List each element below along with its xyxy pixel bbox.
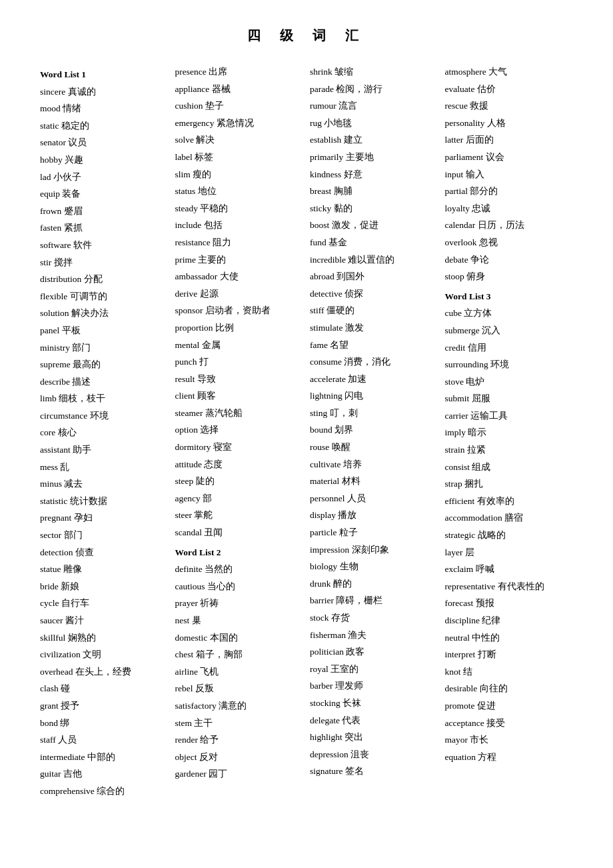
word-item: skillful 娴熟的 <box>40 631 169 645</box>
word-item: rug 小地毯 <box>310 116 438 131</box>
word-item: solve 解决 <box>175 133 304 147</box>
word-item: include 包括 <box>175 218 304 233</box>
word-item: intermediate 中部的 <box>40 750 169 765</box>
word-item: strain 拉紧 <box>445 443 574 457</box>
word-item: punch 打 <box>175 355 304 369</box>
word-item: discipline 纪律 <box>445 613 574 628</box>
word-item: agency 部 <box>175 491 304 506</box>
word-item: impression 深刻印象 <box>310 543 438 557</box>
word-item: parade 检阅，游行 <box>310 82 438 97</box>
word-item: stocking 长袜 <box>310 696 438 711</box>
word-item: display 播放 <box>310 508 438 523</box>
word-item: representative 有代表性的 <box>445 579 574 594</box>
word-item: pregnant 孕妇 <box>40 511 169 525</box>
word-item: definite 当然的 <box>175 562 304 577</box>
word-item: rescue 救援 <box>445 99 574 113</box>
word-item: fund 基金 <box>310 235 438 250</box>
column-4: atmosphere 大气evaluate 估价rescue 救援persona… <box>445 65 574 799</box>
word-item: accelerate 加速 <box>310 372 438 387</box>
word-item: highlight 突出 <box>310 730 438 745</box>
word-item: ambassador 大使 <box>175 269 304 284</box>
word-item: input 输入 <box>445 167 574 182</box>
word-item: accommodation 膳宿 <box>445 511 574 525</box>
word-item: equip 装备 <box>40 187 169 201</box>
word-item: option 选择 <box>175 423 304 437</box>
word-item: attitude 态度 <box>175 457 304 472</box>
word-item: barber 理发师 <box>310 679 438 693</box>
word-item: detection 侦查 <box>40 545 169 560</box>
word-item: cushion 垫子 <box>175 99 304 113</box>
word-item: scandal 丑闻 <box>175 525 304 540</box>
word-item: staff 人员 <box>40 733 169 747</box>
word-item: resistance 阻力 <box>175 235 304 250</box>
word-item: carrier 运输工具 <box>445 409 574 423</box>
word-item: stir 搅拌 <box>40 255 169 270</box>
word-item: politician 政客 <box>310 645 438 659</box>
word-list-header: Word List 2 <box>175 545 304 560</box>
word-columns: Word List 1sincere 真诚的mood 情绪static 稳定的s… <box>40 65 573 799</box>
word-item: cycle 自行车 <box>40 596 169 611</box>
word-item: surrounding 环境 <box>445 357 574 372</box>
word-item: establish 建立 <box>310 133 438 147</box>
word-item: label 标签 <box>175 150 304 165</box>
word-item: signature 签名 <box>310 764 438 779</box>
word-item: assistant 助手 <box>40 443 169 457</box>
word-item: barrier 障碍，栅栏 <box>310 593 438 608</box>
word-item: depression 沮丧 <box>310 747 438 762</box>
word-item: detective 侦探 <box>310 287 438 301</box>
word-item: solution 解决办法 <box>40 306 169 321</box>
page-title: 四 级 词 汇 <box>40 27 573 45</box>
word-item: nest 巢 <box>175 613 304 628</box>
word-item: domestic 本国的 <box>175 631 304 645</box>
word-item: cultivate 培养 <box>310 457 438 472</box>
word-item: lad 小伙子 <box>40 170 169 185</box>
word-item: stem 主干 <box>175 716 304 731</box>
word-item: bound 划界 <box>310 423 438 437</box>
word-item: prayer 祈祷 <box>175 596 304 611</box>
word-item: consist 组成 <box>445 460 574 475</box>
word-item: neutral 中性的 <box>445 631 574 645</box>
word-item: knot 结 <box>445 665 574 679</box>
column-1: Word List 1sincere 真诚的mood 情绪static 稳定的s… <box>40 65 169 799</box>
word-item: clash 碰 <box>40 681 169 696</box>
word-item: sting 叮，刺 <box>310 406 438 421</box>
word-item: chest 箱子，胸部 <box>175 647 304 662</box>
word-item: statistic 统计数据 <box>40 494 169 509</box>
word-item: circumstance 环境 <box>40 409 169 423</box>
word-item: personnel 人员 <box>310 491 438 506</box>
word-item: imply 暗示 <box>445 425 574 440</box>
word-item: steamer 蒸汽轮船 <box>175 406 304 421</box>
word-item: royal 王室的 <box>310 662 438 677</box>
word-item: stock 存货 <box>310 611 438 625</box>
word-item: interpret 打断 <box>445 647 574 662</box>
word-list-header: Word List 1 <box>40 67 169 82</box>
word-item: minus 减去 <box>40 477 169 491</box>
word-item: render 给予 <box>175 733 304 747</box>
word-item: personality 人格 <box>445 116 574 131</box>
word-item: stiff 僵硬的 <box>310 303 438 318</box>
word-item: fame 名望 <box>310 338 438 353</box>
word-item: static 稳定的 <box>40 119 169 133</box>
word-item: software 软件 <box>40 238 169 253</box>
word-item: lightning 闪电 <box>310 389 438 403</box>
word-item: status 地位 <box>175 184 304 199</box>
word-item: efficient 有效率的 <box>445 494 574 509</box>
word-item: acceptance 接受 <box>445 716 574 731</box>
word-item: emergency 紧急情况 <box>175 116 304 131</box>
word-item: dormitory 寝室 <box>175 440 304 455</box>
word-item: promote 促进 <box>445 699 574 713</box>
word-item: submerge 沉入 <box>445 323 574 338</box>
word-item: material 材料 <box>310 474 438 489</box>
word-item: slim 瘦的 <box>175 167 304 182</box>
word-item: result 导致 <box>175 372 304 387</box>
word-item: biology 生物 <box>310 559 438 574</box>
word-item: credit 信用 <box>445 341 574 355</box>
word-item: steer 掌舵 <box>175 508 304 523</box>
word-item: comprehensive 综合的 <box>40 784 169 799</box>
word-item: senator 议员 <box>40 135 169 150</box>
word-item: stimulate 激发 <box>310 321 438 335</box>
word-item: core 核心 <box>40 425 169 440</box>
word-item: stoop 俯身 <box>445 269 574 284</box>
word-item: airline 飞机 <box>175 665 304 679</box>
word-item: bride 新娘 <box>40 579 169 594</box>
